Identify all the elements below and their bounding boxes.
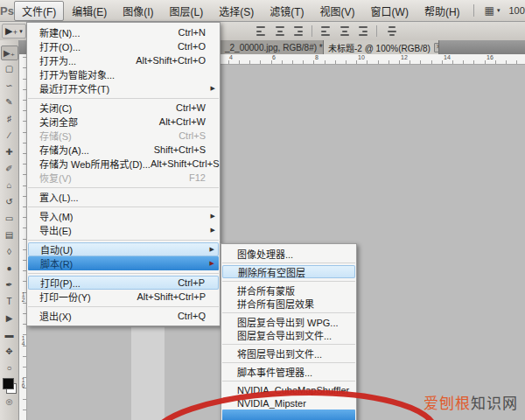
document-tab-2[interactable]: 未标题-2 @ 100%(RGB/8)× [324,40,439,54]
menu-item-label: 打开(O)... [39,39,80,53]
blur-tool[interactable]: ◊ [1,243,18,260]
menubar-item-view[interactable]: 视图(V) [312,1,363,21]
menu-item-label: 退出(X) [39,309,72,323]
history-brush-tool[interactable]: ↺ [1,193,18,210]
tab-close-icon[interactable]: × [434,43,439,52]
quick-mask-icon[interactable]: ◎ [6,397,13,406]
menubar-item-image[interactable]: 图像(I) [115,1,161,21]
file-menu-item-open-as-smart-object[interactable]: 打开为智能对象... [27,67,220,81]
distribute-top-icon[interactable] [321,25,332,37]
menu-separator [28,240,219,241]
menubar-item-file[interactable]: 文件(F) [14,1,64,21]
ruler-number: 12 [401,54,408,60]
eyedropper-tool[interactable]: ∕ [1,127,18,144]
menu-separator [28,206,219,207]
file-menu-item-close-all[interactable]: 关闭全部Alt+Ctrl+W [27,115,220,129]
distribute-vcenter-icon[interactable] [339,25,350,37]
ruler-number: 14 [444,54,451,60]
menu-item-shortcut: Alt+Shift+Ctrl+S [150,158,228,169]
scripts-submenu-item-flatten-all-layer-effects[interactable]: 拼合所有图层效果 [221,297,356,310]
zoom-level-dropdown[interactable]: 100% ▾ [508,5,525,16]
file-menu-item-automate[interactable]: 自动(U)▶ [28,242,219,256]
watermark-text: 知识网 [471,396,518,412]
ruler-number: 14 [19,335,25,346]
healing-brush-tool[interactable]: ✚ [1,144,18,160]
file-menu-item-new[interactable]: 新建(N)...Ctrl+N [27,25,220,39]
scripts-submenu-item-nvidia-cubemapshuffler[interactable]: NVIDIA_CubeMapShuffler [221,383,356,396]
menubar-item-help[interactable]: 帮助(H) [416,1,468,21]
menubar-item-edit[interactable]: 编辑(E) [64,1,115,21]
menu-separator [222,344,355,345]
quick-selection-tool[interactable]: ✎ [1,94,18,110]
foreground-color-swatch[interactable] [3,378,14,389]
menubar-item-window[interactable]: 窗口(W) [363,1,416,21]
align-bottom-icon[interactable] [291,25,303,37]
scripts-submenu-item-highlighted-item[interactable] [222,410,355,420]
file-menu-item-save-for-web[interactable]: 存储为 Web所用格式(D)...Alt+Shift+Ctrl+S [27,157,220,171]
hand-tool[interactable]: ✥ [1,343,18,360]
eraser-tool[interactable]: ▭ [1,210,18,227]
align-vcenter-icon[interactable] [274,25,285,37]
gradient-tool[interactable]: ▤ [1,227,18,243]
file-menu-item-close[interactable]: 关闭(C)Ctrl+W [27,101,220,115]
zoom-tool[interactable]: ○ [1,360,18,376]
tools-panel: ▶₊▢∽✎♯∕✚✐⌂↺▭▤◊●✒T▶▬✥○ ◎ [0,40,19,420]
scripts-submenu-item-export-layers-to-files[interactable]: 将图层导出到文件... [221,346,356,360]
arrange-documents-button[interactable]: ▦ ▾ [485,4,500,17]
type-tool[interactable]: T [1,293,18,310]
current-tool-indicator[interactable]: ▶₊ ▾ [2,24,26,38]
distribute-bottom-icon[interactable] [356,25,368,37]
menubar-item-filter[interactable]: 滤镜(T) [262,1,312,21]
menu-separator [222,281,355,282]
file-menu-item-revert[interactable]: 恢复(V)F12 [27,171,220,185]
menu-item-label: 导出(E) [39,223,72,237]
align-top-icon[interactable] [256,25,268,37]
path-selection-tool[interactable]: ▶ [1,310,18,326]
menubar-item-layer[interactable]: 图层(L) [162,1,212,21]
menu-item-label: 关闭全部 [39,115,78,129]
menu-item-label: 打印(P)... [40,276,80,290]
file-menu-item-exit[interactable]: 退出(X)Ctrl+Q [27,309,220,323]
file-menu-item-save[interactable]: 存储(S)Ctrl+S [27,129,220,143]
file-menu-item-open[interactable]: 打开(O)...Ctrl+O [27,39,220,53]
file-menu-item-scripts[interactable]: 脚本(R)▶ [28,256,219,270]
scripts-submenu-item-script-events-manager[interactable]: 脚本事件管理器... [221,365,356,378]
file-menu-item-save-as[interactable]: 存储为(A)...Shift+Ctrl+S [27,143,220,157]
menu-item-label: 存储为 Web所用格式(D)... [39,157,150,171]
file-menu-item-import[interactable]: 导入(M)▶ [27,209,220,223]
shape-tool[interactable]: ▬ [1,326,18,343]
file-menu-item-export[interactable]: 导出(E)▶ [27,223,220,237]
scripts-submenu-item-nvidia-mipster[interactable]: NVIDIA_Mipster [221,396,356,410]
file-menu-item-print-one-copy[interactable]: 打印一份(Y)Alt+Shift+Ctrl+P [27,290,220,304]
scripts-submenu-item-layer-comps-to-wpg[interactable]: 图层复合导出到 WPG... [221,315,356,328]
auto-align-icon[interactable] [386,25,397,37]
scripts-submenu-item-delete-all-empty-layers[interactable]: 删除所有空图层 [222,265,355,278]
menu-bar: Ps 文件(F)编辑(E)图像(I)图层(L)选择(S)滤镜(T)视图(V)窗口… [0,0,525,22]
file-menu-item-open-as[interactable]: 打开为...Alt+Shift+Ctrl+O [27,53,220,67]
menu-separator [222,362,355,363]
ruler-number: 16 [19,377,25,388]
submenu-arrow-icon: ▶ [211,227,215,234]
crop-tool[interactable]: ♯ [1,110,18,127]
menu-item-label: 图像处理器... [237,247,293,261]
color-swatches[interactable] [3,378,17,394]
file-menu-item-open-recent[interactable]: 最近打开文件(T)▶ [27,81,220,95]
pen-tool[interactable]: ✒ [1,276,18,293]
menubar-item-select[interactable]: 选择(S) [211,1,262,21]
scripts-submenu-item-layer-comps-to-files[interactable]: 图层复合导出到文件... [221,328,356,341]
scripts-submenu-item-image-processor[interactable]: 图像处理器... [221,247,356,260]
scripts-submenu-item-flatten-all-masks[interactable]: 拼合所有蒙版 [221,284,356,297]
menu-separator [28,306,219,307]
file-menu-item-print[interactable]: 打印(P)...Ctrl+P [28,276,219,290]
file-menu-item-place[interactable]: 置入(L)... [27,190,220,204]
dodge-tool[interactable]: ● [1,260,18,276]
divider [312,25,312,37]
document-tab-1[interactable]: _2_00000.jpg, RGB/8#) *× [220,40,324,54]
photoshop-window: Ps 文件(F)编辑(E)图像(I)图层(L)选择(S)滤镜(T)视图(V)窗口… [0,0,525,420]
clone-stamp-tool[interactable]: ⌂ [1,177,18,193]
lasso-tool[interactable]: ∽ [1,77,18,94]
menu-item-shortcut: F12 [189,172,214,183]
brush-tool[interactable]: ✐ [1,160,18,177]
marquee-tool[interactable]: ▢ [1,60,18,77]
move-tool[interactable]: ▶₊ [1,46,18,60]
